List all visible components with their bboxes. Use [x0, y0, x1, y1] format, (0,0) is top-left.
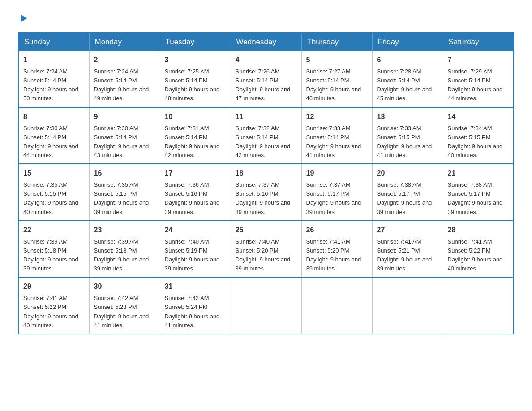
- daylight-label: Daylight: 9 hours and 40 minutes.: [448, 256, 503, 272]
- sunset-label: Sunset: 5:14 PM: [165, 134, 208, 141]
- table-row: [231, 277, 301, 334]
- sunset-label: Sunset: 5:17 PM: [448, 190, 491, 197]
- table-row: [372, 277, 443, 334]
- calendar-table: Sunday Monday Tuesday Wednesday Thursday…: [18, 32, 514, 334]
- calendar-week-row: 15 Sunrise: 7:35 AM Sunset: 5:15 PM Dayl…: [18, 164, 514, 221]
- daylight-label: Daylight: 9 hours and 44 minutes.: [23, 143, 78, 158]
- day-info: Sunrise: 7:41 AM Sunset: 5:22 PM Dayligh…: [23, 294, 85, 330]
- day-info: Sunrise: 7:41 AM Sunset: 5:21 PM Dayligh…: [377, 237, 438, 274]
- sunset-label: Sunset: 5:14 PM: [306, 134, 349, 141]
- day-number: 9: [94, 111, 155, 122]
- day-info: Sunrise: 7:37 AM Sunset: 5:16 PM Dayligh…: [236, 180, 297, 217]
- calendar-week-row: 1 Sunrise: 7:24 AM Sunset: 5:14 PM Dayli…: [18, 51, 514, 107]
- day-info: Sunrise: 7:26 AM Sunset: 5:14 PM Dayligh…: [236, 67, 297, 103]
- day-number: 14: [448, 111, 509, 122]
- sunrise-label: Sunrise: 7:41 AM: [448, 238, 492, 245]
- sunset-label: Sunset: 5:14 PM: [377, 77, 420, 84]
- col-monday: Monday: [89, 33, 160, 51]
- table-row: [301, 277, 372, 334]
- sunrise-label: Sunrise: 7:42 AM: [165, 295, 209, 301]
- daylight-label: Daylight: 9 hours and 39 minutes.: [94, 256, 149, 272]
- table-row: 18 Sunrise: 7:37 AM Sunset: 5:16 PM Dayl…: [231, 164, 301, 221]
- daylight-label: Daylight: 9 hours and 39 minutes.: [23, 256, 78, 272]
- day-info: Sunrise: 7:40 AM Sunset: 5:19 PM Dayligh…: [165, 237, 226, 274]
- table-row: 24 Sunrise: 7:40 AM Sunset: 5:19 PM Dayl…: [160, 221, 231, 278]
- day-number: 27: [377, 225, 438, 235]
- table-row: 8 Sunrise: 7:30 AM Sunset: 5:14 PM Dayli…: [18, 107, 89, 164]
- daylight-label: Daylight: 9 hours and 39 minutes.: [377, 199, 432, 215]
- day-info: Sunrise: 7:38 AM Sunset: 5:17 PM Dayligh…: [448, 180, 509, 217]
- sunset-label: Sunset: 5:14 PM: [23, 134, 66, 141]
- sunrise-label: Sunrise: 7:30 AM: [94, 125, 138, 132]
- day-info: Sunrise: 7:33 AM Sunset: 5:15 PM Dayligh…: [377, 124, 438, 160]
- sunrise-label: Sunrise: 7:33 AM: [306, 125, 351, 132]
- sunrise-label: Sunrise: 7:26 AM: [236, 68, 280, 75]
- daylight-label: Daylight: 9 hours and 39 minutes.: [165, 256, 220, 272]
- table-row: 20 Sunrise: 7:38 AM Sunset: 5:17 PM Dayl…: [372, 164, 443, 221]
- day-info: Sunrise: 7:29 AM Sunset: 5:14 PM Dayligh…: [448, 67, 509, 103]
- sunrise-label: Sunrise: 7:34 AM: [448, 125, 492, 132]
- col-wednesday: Wednesday: [231, 33, 301, 51]
- day-number: 7: [448, 55, 509, 65]
- daylight-label: Daylight: 9 hours and 42 minutes.: [236, 143, 291, 158]
- day-info: Sunrise: 7:30 AM Sunset: 5:14 PM Dayligh…: [94, 124, 155, 160]
- day-info: Sunrise: 7:38 AM Sunset: 5:17 PM Dayligh…: [377, 180, 438, 217]
- sunrise-label: Sunrise: 7:31 AM: [165, 125, 209, 132]
- sunrise-label: Sunrise: 7:24 AM: [94, 68, 138, 75]
- sunrise-label: Sunrise: 7:29 AM: [448, 68, 492, 75]
- table-row: 11 Sunrise: 7:32 AM Sunset: 5:14 PM Dayl…: [231, 107, 301, 164]
- table-row: 7 Sunrise: 7:29 AM Sunset: 5:14 PM Dayli…: [443, 51, 514, 107]
- day-info: Sunrise: 7:42 AM Sunset: 5:24 PM Dayligh…: [165, 294, 226, 330]
- daylight-label: Daylight: 9 hours and 40 minutes.: [23, 313, 78, 329]
- sunset-label: Sunset: 5:21 PM: [377, 247, 420, 254]
- day-info: Sunrise: 7:32 AM Sunset: 5:14 PM Dayligh…: [236, 124, 297, 160]
- daylight-label: Daylight: 9 hours and 39 minutes.: [165, 199, 220, 215]
- day-number: 15: [23, 168, 85, 179]
- table-row: 21 Sunrise: 7:38 AM Sunset: 5:17 PM Dayl…: [443, 164, 514, 221]
- day-number: 1: [23, 55, 85, 65]
- sunrise-label: Sunrise: 7:24 AM: [23, 68, 68, 75]
- table-row: 14 Sunrise: 7:34 AM Sunset: 5:15 PM Dayl…: [443, 107, 514, 164]
- daylight-label: Daylight: 9 hours and 45 minutes.: [377, 86, 432, 102]
- table-row: 16 Sunrise: 7:35 AM Sunset: 5:15 PM Dayl…: [89, 164, 160, 221]
- sunrise-label: Sunrise: 7:35 AM: [94, 181, 138, 188]
- table-row: 12 Sunrise: 7:33 AM Sunset: 5:14 PM Dayl…: [301, 107, 372, 164]
- sunset-label: Sunset: 5:14 PM: [165, 77, 208, 84]
- page-header: [18, 13, 514, 23]
- day-number: 29: [23, 281, 85, 292]
- sunset-label: Sunset: 5:22 PM: [23, 304, 66, 310]
- sunrise-label: Sunrise: 7:38 AM: [448, 181, 492, 188]
- svg-marker-0: [21, 14, 27, 22]
- day-number: 22: [23, 225, 85, 235]
- day-number: 4: [236, 55, 297, 65]
- daylight-label: Daylight: 9 hours and 39 minutes.: [236, 256, 291, 272]
- day-number: 20: [377, 168, 438, 179]
- table-row: 13 Sunrise: 7:33 AM Sunset: 5:15 PM Dayl…: [372, 107, 443, 164]
- day-number: 8: [23, 111, 85, 122]
- table-row: 9 Sunrise: 7:30 AM Sunset: 5:14 PM Dayli…: [89, 107, 160, 164]
- day-info: Sunrise: 7:35 AM Sunset: 5:15 PM Dayligh…: [94, 180, 155, 217]
- sunrise-label: Sunrise: 7:39 AM: [94, 238, 138, 245]
- sunset-label: Sunset: 5:23 PM: [94, 304, 137, 310]
- calendar-week-row: 22 Sunrise: 7:39 AM Sunset: 5:18 PM Dayl…: [18, 221, 514, 278]
- day-number: 23: [94, 225, 155, 235]
- day-info: Sunrise: 7:40 AM Sunset: 5:20 PM Dayligh…: [236, 237, 297, 274]
- day-info: Sunrise: 7:24 AM Sunset: 5:14 PM Dayligh…: [94, 67, 155, 103]
- day-number: 18: [236, 168, 297, 179]
- col-friday: Friday: [372, 33, 443, 51]
- sunrise-label: Sunrise: 7:33 AM: [377, 125, 421, 132]
- sunset-label: Sunset: 5:16 PM: [165, 190, 208, 197]
- daylight-label: Daylight: 9 hours and 43 minutes.: [94, 143, 149, 158]
- daylight-label: Daylight: 9 hours and 40 minutes.: [448, 143, 503, 158]
- sunrise-label: Sunrise: 7:37 AM: [236, 181, 280, 188]
- daylight-label: Daylight: 9 hours and 41 minutes.: [94, 313, 149, 329]
- sunrise-label: Sunrise: 7:41 AM: [306, 238, 351, 245]
- day-info: Sunrise: 7:28 AM Sunset: 5:14 PM Dayligh…: [377, 67, 438, 103]
- day-number: 13: [377, 111, 438, 122]
- sunset-label: Sunset: 5:14 PM: [236, 77, 279, 84]
- day-number: 6: [377, 55, 438, 65]
- sunrise-label: Sunrise: 7:40 AM: [165, 238, 209, 245]
- daylight-label: Daylight: 9 hours and 40 minutes.: [23, 199, 78, 215]
- daylight-label: Daylight: 9 hours and 44 minutes.: [448, 86, 503, 102]
- day-number: 31: [165, 281, 226, 292]
